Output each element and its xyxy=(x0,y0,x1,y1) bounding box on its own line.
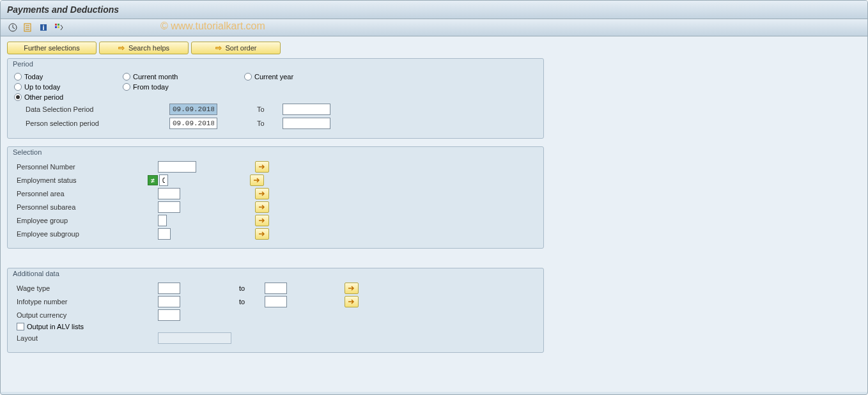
personnel-number-multi[interactable] xyxy=(255,161,269,173)
person-to-label: To xyxy=(257,120,283,127)
data-selection-label: Data Selection Period xyxy=(26,105,169,113)
svg-text:i: i xyxy=(42,24,44,31)
info-icon[interactable]: i xyxy=(38,22,49,33)
infotype-to-label: to xyxy=(239,298,265,306)
personnel-area-label: Personnel area xyxy=(14,190,158,198)
personnel-number-label: Personnel Number xyxy=(14,163,158,171)
output-currency-label: Output currency xyxy=(14,311,158,319)
data-selection-to[interactable] xyxy=(283,104,330,115)
data-selection-from[interactable] xyxy=(169,104,217,115)
label-today: Today xyxy=(24,73,43,81)
wage-type-to-input[interactable] xyxy=(265,283,287,294)
label-other-period: Other period xyxy=(24,93,63,101)
employee-subgroup-label: Employee subgroup xyxy=(14,230,158,238)
employment-status-input[interactable] xyxy=(159,174,168,186)
person-selection-to[interactable] xyxy=(283,118,330,129)
person-selection-label: Person selection period xyxy=(26,120,169,127)
label-current-year: Current year xyxy=(254,73,293,81)
output-alv-checkbox[interactable] xyxy=(17,323,24,330)
label-from-today: From today xyxy=(133,83,169,91)
selection-group: Selection Personnel Number Employment st… xyxy=(7,146,544,249)
radio-current-month[interactable] xyxy=(123,73,130,81)
watermark: © www.tutorialkart.com xyxy=(160,20,265,32)
radio-other-period[interactable] xyxy=(14,93,22,101)
sort-order-button[interactable]: ⇨Sort order xyxy=(191,42,281,54)
svg-rect-5 xyxy=(58,24,59,26)
label-current-month: Current month xyxy=(133,73,178,81)
variant-icon[interactable] xyxy=(22,22,34,33)
execute-icon[interactable] xyxy=(7,22,19,33)
wage-type-input[interactable] xyxy=(158,283,180,294)
employment-status-label: Employment status xyxy=(14,176,148,184)
period-title: Period xyxy=(8,59,543,70)
additional-data-group: Additional data Wage type to Infotype nu… xyxy=(7,268,544,353)
additional-title: Additional data xyxy=(8,268,543,280)
radio-up-to-today[interactable] xyxy=(14,83,22,91)
employee-group-label: Employee group xyxy=(14,217,158,224)
employment-status-multi[interactable] xyxy=(250,174,264,186)
employee-group-input[interactable] xyxy=(158,215,167,226)
page-title: Payments and Deductions xyxy=(7,4,119,15)
employee-group-multi[interactable] xyxy=(255,215,269,226)
employee-subgroup-input[interactable] xyxy=(158,228,171,240)
period-group: Period Today Current month Current year xyxy=(7,58,544,139)
layout-input xyxy=(158,332,231,344)
infotype-multi[interactable] xyxy=(345,296,359,307)
personnel-subarea-input[interactable] xyxy=(158,201,180,213)
structure-icon[interactable] xyxy=(53,22,65,33)
output-currency-input[interactable] xyxy=(158,309,180,321)
svg-rect-6 xyxy=(55,26,57,28)
wage-to-label: to xyxy=(239,284,265,292)
svg-rect-4 xyxy=(55,24,57,26)
wage-type-label: Wage type xyxy=(14,284,158,292)
not-equal-badge[interactable]: ≠ xyxy=(148,175,158,185)
output-alv-label: Output in ALV lists xyxy=(27,323,84,330)
radio-today[interactable] xyxy=(14,73,22,81)
personnel-subarea-multi[interactable] xyxy=(255,201,269,213)
wage-type-multi[interactable] xyxy=(345,283,359,294)
further-selections-button[interactable]: Further selections xyxy=(7,42,97,54)
infotype-input[interactable] xyxy=(158,296,180,307)
data-to-label: To xyxy=(257,105,283,113)
label-up-to-today: Up to today xyxy=(24,83,60,91)
radio-from-today[interactable] xyxy=(123,83,130,91)
personnel-subarea-label: Personnel subarea xyxy=(14,203,158,211)
title-bar: Payments and Deductions xyxy=(1,1,867,19)
selection-title: Selection xyxy=(8,147,543,159)
layout-label: Layout xyxy=(14,334,158,342)
infotype-to-input[interactable] xyxy=(265,296,287,307)
personnel-area-input[interactable] xyxy=(158,188,180,199)
employee-subgroup-multi[interactable] xyxy=(255,228,269,240)
personnel-area-multi[interactable] xyxy=(255,188,269,199)
person-selection-from[interactable] xyxy=(169,118,217,129)
toolbar: i © www.tutorialkart.com xyxy=(1,19,867,36)
infotype-label: Infotype number xyxy=(14,298,158,306)
personnel-number-input[interactable] xyxy=(158,161,196,173)
radio-current-year[interactable] xyxy=(244,73,252,81)
search-helps-button[interactable]: ⇨Search helps xyxy=(99,42,189,54)
svg-rect-7 xyxy=(58,26,59,28)
